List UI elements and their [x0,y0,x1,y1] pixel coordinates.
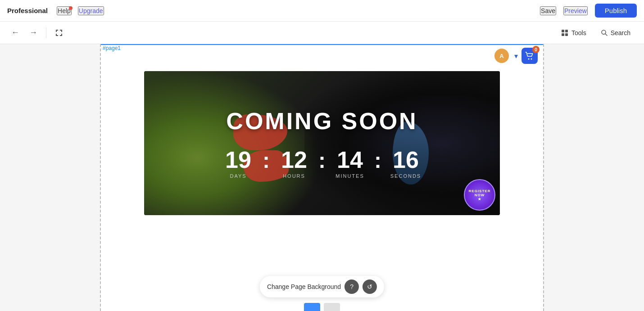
coming-soon-banner[interactable]: COMING SOON 19 DAYS : 12 HOURS : 14 MINU… [144,71,500,215]
hint-btn-blue [304,303,320,311]
hint-btn-gray [324,303,340,311]
avatar-dropdown-icon[interactable]: ▾ [514,52,518,60]
countdown-minutes: 14 MINUTES [327,148,372,179]
page-canvas[interactable]: #page1 A ▾ 0 [101,44,543,311]
seconds-label: SECONDS [390,173,421,179]
right-gutter [543,44,644,311]
cart-icon[interactable]: 0 [522,48,538,64]
tools-label: Tools [571,29,586,36]
hours-value: 12 [281,148,307,171]
colon-2: : [318,148,326,179]
countdown-hours: 12 HOURS [272,148,317,179]
page-label: #page1 [103,45,121,51]
undo-button[interactable]: ← [7,25,23,41]
avatar[interactable]: A [494,49,509,63]
help-notification-dot [69,6,73,10]
bg-shape-green [144,71,322,215]
left-gutter [0,44,101,311]
svg-line-5 [605,34,607,36]
svg-rect-2 [562,33,564,36]
canvas-area: #page1 A ▾ 0 [0,44,644,311]
topbar: Professional Help Upgrade Save Preview P… [0,0,644,22]
brand-label: Professional [7,7,48,14]
days-label: DAYS [230,173,246,179]
svg-rect-3 [565,33,568,36]
svg-rect-1 [565,30,568,32]
upgrade-button[interactable]: Upgrade [78,6,104,15]
coming-soon-title: COMING SOON [226,108,417,135]
colon-3: : [374,148,381,179]
bottom-row-hint [304,303,340,311]
colon-1: : [263,148,270,179]
search-label: Search [611,29,630,36]
svg-point-7 [531,59,532,60]
save-button[interactable]: Save [540,6,556,15]
minutes-label: MINUTES [336,173,364,179]
top-right-icons: A ▾ 0 [489,44,543,68]
section-selection-line [101,44,543,45]
days-value: 19 [225,148,251,171]
svg-rect-0 [562,30,564,32]
redo-button[interactable]: → [25,25,41,41]
help-icon-button[interactable]: ? [345,279,359,294]
minutes-value: 14 [337,148,363,171]
publish-button[interactable]: Publish [595,4,637,18]
help-button[interactable]: Help [57,6,72,15]
preview-button[interactable]: Preview [563,6,588,15]
cart-badge: 0 [532,46,540,53]
banner-background: COMING SOON 19 DAYS : 12 HOURS : 14 MINU… [144,71,500,215]
bottom-toolbar: Change Page Background ? ↺ [260,276,384,297]
svg-point-6 [528,59,530,60]
change-background-button[interactable]: Change Page Background [267,283,341,290]
refresh-icon-button[interactable]: ↺ [363,279,377,294]
countdown-seconds: 16 SECONDS [383,148,428,179]
badge-text: REGISTERNOW★ [469,189,491,201]
tools-button[interactable]: Tools [554,26,593,40]
hours-label: HOURS [283,173,305,179]
editor-toolbar: ← → Tools Search [0,22,644,44]
toolbar-divider-1 [46,27,46,38]
register-badge[interactable]: REGISTERNOW★ [464,179,495,211]
fit-button[interactable] [51,25,67,41]
seconds-value: 16 [393,148,419,171]
search-button[interactable]: Search [594,27,637,39]
countdown-row: 19 DAYS : 12 HOURS : 14 MINUTES : [216,148,428,179]
countdown-days: 19 DAYS [216,148,261,179]
